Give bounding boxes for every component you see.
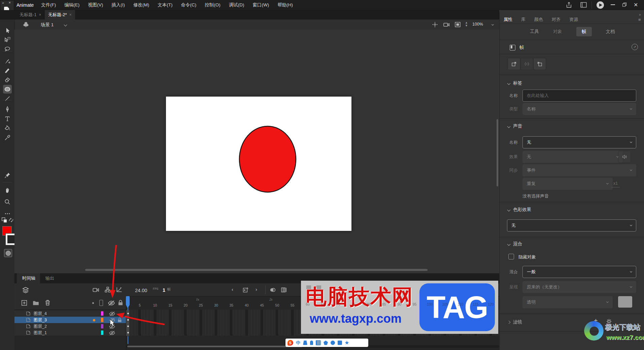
label-section-header[interactable]: 标签 (508, 80, 522, 86)
color-effect-section-header[interactable]: 色彩效果 (508, 207, 531, 213)
layer-hidden-eye-icon[interactable] (109, 318, 115, 323)
object-drawing-toggle[interactable] (4, 249, 12, 257)
layer-hidden-eye-icon[interactable] (109, 330, 115, 336)
render-dropdown[interactable]: 原来的（无更改） (522, 281, 636, 293)
layer-row[interactable]: 图层_2 (14, 323, 126, 330)
workspace-icon[interactable] (580, 2, 587, 8)
sound-section-header[interactable]: 声音 (508, 123, 522, 129)
layer-color-swatch[interactable] (101, 311, 103, 316)
layer-name[interactable]: 图层_4 (34, 311, 47, 317)
hide-object-checkbox[interactable] (508, 254, 514, 259)
timeline-scroll-thumb[interactable] (127, 346, 302, 347)
layer-parenting-icon[interactable] (105, 287, 111, 292)
layer-row[interactable]: 图层_1 (14, 329, 126, 336)
layers-stack-icon[interactable] (22, 286, 29, 293)
center-stage-icon[interactable] (432, 22, 438, 28)
close-panel-icon[interactable]: ✕ (8, 1, 11, 4)
scene-dropdown-icon[interactable] (64, 23, 67, 27)
scene-label[interactable]: 场景 1 (41, 22, 54, 28)
eyedropper-tool-icon[interactable] (3, 133, 12, 142)
previous-keyframe-icon[interactable]: ‹ (232, 286, 233, 292)
new-folder-icon[interactable] (33, 300, 39, 306)
onion-skin-icon[interactable] (270, 287, 276, 293)
menu-item[interactable]: 编辑(E) (64, 2, 79, 8)
close-button[interactable]: ✕ (634, 2, 638, 8)
menu-item[interactable]: 插入(I) (111, 2, 125, 8)
swap-canvas-icon[interactable] (1, 217, 7, 223)
blend-dropdown[interactable]: 一般 (522, 266, 636, 278)
tab-output[interactable]: 输出 (40, 273, 60, 283)
ime-pen-icon[interactable] (303, 341, 307, 345)
subselection-tool-icon[interactable] (3, 36, 12, 44)
layer-lock-icon[interactable] (117, 318, 122, 322)
share-icon[interactable] (566, 2, 572, 8)
doc-tab-1[interactable]: 无标题-1 × (16, 10, 45, 20)
lock-all-layers-icon[interactable] (118, 300, 123, 306)
menu-item[interactable]: 修改(M) (133, 2, 149, 8)
insert-keyframe-button[interactable] (508, 58, 520, 70)
oval-tool-icon[interactable] (3, 85, 12, 94)
subtab-tools[interactable]: 工具 (530, 29, 539, 35)
sound-name-dropdown[interactable]: 无 (522, 136, 636, 148)
ime-toolbar[interactable]: S 中 (285, 339, 368, 347)
eraser-tool-icon[interactable] (3, 75, 12, 84)
expand-panel-icon[interactable]: » (2, 1, 4, 5)
vertical-scrollbar[interactable] (497, 119, 498, 186)
menu-item[interactable]: 调试(D) (229, 2, 244, 8)
layer-color-swatch[interactable] (101, 318, 103, 322)
sound-repeat-dropdown[interactable]: 重复 (522, 178, 613, 190)
ime-mode[interactable]: 中 (296, 340, 300, 346)
onion-skin-outline-icon[interactable] (281, 287, 287, 293)
menu-item[interactable]: 文件(F) (41, 2, 56, 8)
horizontal-scrollbar[interactable] (85, 269, 428, 271)
subtab-document[interactable]: 文档 (606, 29, 615, 35)
layer-name[interactable]: 图层_3 (34, 317, 47, 323)
zoom-stepper[interactable]: ▲▼ (465, 21, 468, 27)
tab-timeline[interactable]: 时间轴 (17, 273, 41, 283)
camera-icon[interactable] (443, 22, 450, 27)
ime-toolbox-icon[interactable] (338, 341, 342, 345)
subtab-frame[interactable]: 帧 (576, 27, 592, 36)
tab-properties[interactable]: 属性 (504, 16, 512, 23)
insert-blank-keyframe-button[interactable] (520, 58, 533, 70)
classic-brush-tool-icon[interactable] (3, 66, 12, 75)
alpha-color-swatch[interactable] (618, 296, 632, 308)
filter-section-header[interactable]: 滤镜 (508, 319, 522, 325)
zoom-dropdown-icon[interactable] (492, 23, 494, 26)
layer-name[interactable]: 图层_2 (34, 324, 47, 329)
fluid-brush-tool-icon[interactable] (3, 57, 12, 65)
scene-clapper-icon[interactable] (23, 21, 29, 28)
layer-hidden-eye-icon[interactable] (109, 324, 115, 329)
layer-row[interactable]: 图层_4 (14, 310, 126, 317)
convert-keyframe-button[interactable] (533, 58, 546, 70)
lasso-tool-icon[interactable] (3, 45, 12, 54)
sogou-logo-icon[interactable]: S (287, 340, 293, 346)
fps-value[interactable]: 24.00 (135, 288, 147, 293)
rotate-canvas-icon[interactable] (8, 217, 14, 223)
subtab-object[interactable]: 对象 (553, 29, 562, 35)
selection-tool-icon[interactable] (3, 26, 12, 35)
menu-item[interactable]: 视图(V) (88, 2, 103, 8)
sound-repeat-count[interactable]: x1 (611, 181, 620, 187)
ime-emoji-icon[interactable] (331, 341, 335, 345)
outline-column-icon[interactable] (99, 300, 103, 306)
blend-section-header[interactable]: 混合 (508, 241, 522, 247)
next-keyframe-icon[interactable]: › (256, 286, 257, 292)
auto-keyframe-icon[interactable]: A (243, 287, 248, 293)
test-movie-play-icon[interactable] (597, 1, 604, 9)
menu-item[interactable]: 控制(O) (205, 2, 221, 8)
stage[interactable] (166, 97, 351, 231)
label-name-input[interactable]: 在此处输入 (522, 90, 636, 102)
zoom-tool-icon[interactable] (3, 198, 12, 206)
tab-close-icon[interactable]: × (39, 12, 41, 17)
panel-menu-icon[interactable]: ≡ (638, 17, 641, 22)
tab-library[interactable]: 库 (521, 16, 526, 23)
ime-keyboard-icon[interactable] (316, 340, 321, 345)
text-tool-icon[interactable] (3, 114, 12, 123)
tab-close-icon[interactable]: × (69, 12, 72, 17)
delete-layer-icon[interactable] (45, 300, 50, 306)
label-type-dropdown[interactable]: 名称 (522, 103, 636, 115)
doc-tab-2[interactable]: 无标题-2* × (45, 10, 75, 20)
layer-name[interactable]: 图层_1 (34, 330, 47, 336)
sound-edit-button[interactable] (618, 151, 631, 163)
